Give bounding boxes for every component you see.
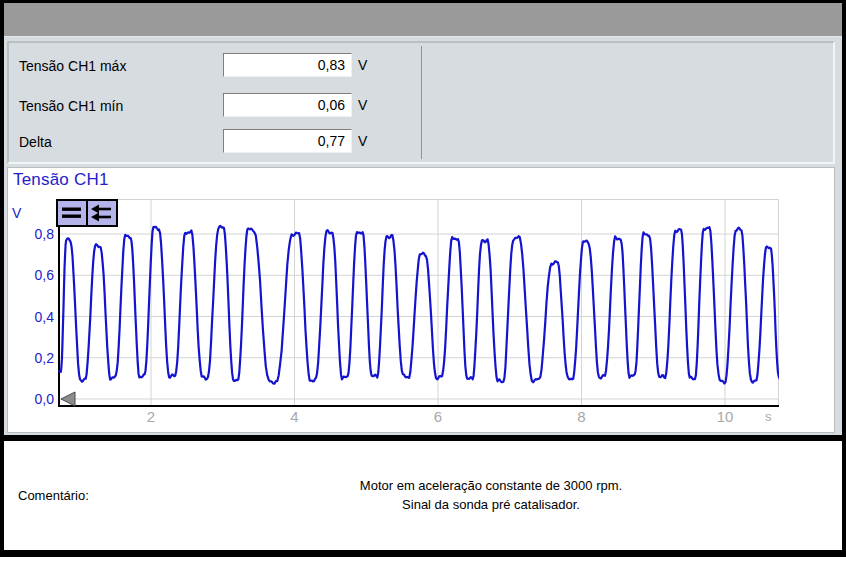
y-axis-unit-label: V xyxy=(12,205,21,221)
min-unit: V xyxy=(358,93,367,118)
max-label: Tensão CH1 máx xyxy=(19,53,126,79)
chart-card: Tensão CH1 V s 0,00,20,40,60,8246810 xyxy=(7,167,835,433)
max-unit: V xyxy=(358,53,367,78)
measurement-row-min: Tensão CH1 mín 0,06 V xyxy=(9,93,833,119)
chart-title: Tensão CH1 xyxy=(13,170,109,190)
y-tick-label: 0,6 xyxy=(20,267,54,283)
x-tick-label: 2 xyxy=(131,408,171,425)
measurement-row-delta: Delta 0,77 V xyxy=(9,129,833,155)
waveform-plot[interactable] xyxy=(58,199,779,407)
move-cursors-left-icon xyxy=(88,201,116,225)
main-panel: Tensão CH1 máx 0,83 V Tensão CH1 mín 0,0… xyxy=(4,37,842,435)
x-tick-label: 8 xyxy=(562,408,602,425)
min-label: Tensão CH1 mín xyxy=(19,93,123,119)
x-tick-label: 6 xyxy=(418,408,458,425)
trigger-level-marker[interactable] xyxy=(61,392,75,406)
y-tick-label: 0,2 xyxy=(20,350,54,366)
delta-unit: V xyxy=(358,129,367,154)
y-tick-label: 0,0 xyxy=(20,391,54,407)
report-page: Tensão CH1 máx 0,83 V Tensão CH1 mín 0,0… xyxy=(0,0,846,557)
comment-label: Comentário: xyxy=(4,488,140,503)
waveform-svg xyxy=(58,199,779,407)
x-tick-label: 10 xyxy=(705,408,745,425)
title-bar xyxy=(4,3,842,37)
x-tick-label: 4 xyxy=(275,408,315,425)
max-value-field[interactable]: 0,83 xyxy=(223,53,352,77)
x-axis-unit-label: s xyxy=(765,409,772,424)
comment-text: Motor em aceleração constante de 3000 rp… xyxy=(140,477,842,515)
measurements-panel: Tensão CH1 máx 0,83 V Tensão CH1 mín 0,0… xyxy=(7,41,835,164)
comment-section: Comentário: Motor em aceleração constant… xyxy=(4,435,842,550)
comment-line-2: Sinal da sonda pré catalisador. xyxy=(140,496,842,515)
comment-line-1: Motor em aceleração constante de 3000 rp… xyxy=(140,477,842,496)
delta-value-field[interactable]: 0,77 xyxy=(223,129,352,153)
horizontal-cursors-button[interactable] xyxy=(56,199,118,227)
measurement-row-max: Tensão CH1 máx 0,83 V xyxy=(9,53,833,79)
y-tick-label: 0,4 xyxy=(20,309,54,325)
min-value-field[interactable]: 0,06 xyxy=(223,93,352,117)
horizontal-cursors-icon xyxy=(58,201,88,225)
y-tick-label: 0,8 xyxy=(20,226,54,242)
delta-label: Delta xyxy=(19,129,52,155)
